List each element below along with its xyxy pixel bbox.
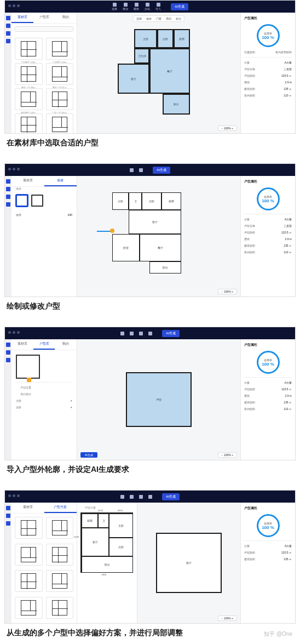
canvas[interactable]: 选择 墙体 门窗 房间 标注 主卧 次卧 厨房 卫生间 客厅 餐厅 阳台 − 1… <box>77 13 240 133</box>
result-card[interactable] <box>46 570 74 592</box>
tool-item[interactable]: 标注 <box>176 17 181 20</box>
topbar-item[interactable] <box>139 168 143 172</box>
topbar-item[interactable] <box>120 495 124 499</box>
rail-icon[interactable] <box>6 350 10 355</box>
room[interactable]: 卧室 <box>112 234 140 261</box>
topbar-item[interactable]: 云端 <box>145 3 150 10</box>
plan-card[interactable] <box>15 88 43 110</box>
canvas[interactable]: 户型 AI生成 − 100% + <box>77 339 240 460</box>
result-card[interactable] <box>15 517 43 539</box>
room[interactable]: 客厅 <box>129 210 181 234</box>
room[interactable]: 餐厅 <box>140 234 181 261</box>
plan-card[interactable] <box>15 113 43 133</box>
room[interactable]: 次卧 <box>157 29 174 48</box>
tab-mine[interactable]: 我的 <box>55 339 77 350</box>
wall-shape-rect-thick[interactable] <box>31 195 43 207</box>
ai-generate-button[interactable]: AI生成 <box>162 493 180 500</box>
rail-icon[interactable] <box>6 187 10 191</box>
ai-generate-button[interactable]: AI生成 <box>153 167 170 174</box>
topbar-item[interactable] <box>130 495 134 499</box>
rail-icon[interactable] <box>6 514 10 518</box>
tab-library[interactable]: 素材库 <box>11 176 44 186</box>
tab-mine[interactable]: 我的 <box>55 13 77 23</box>
zoom-control[interactable]: − 100% + <box>218 615 237 621</box>
window-controls[interactable] <box>8 4 20 7</box>
room[interactable]: 次卧 <box>142 192 161 210</box>
room[interactable]: 主卧 <box>112 192 129 210</box>
rail-icon[interactable] <box>6 521 10 526</box>
plan-card[interactable] <box>15 38 43 60</box>
result-card[interactable] <box>15 544 43 566</box>
tool-item[interactable]: 房间 <box>166 17 171 20</box>
tab-library[interactable]: 素材库 <box>11 13 33 23</box>
room[interactable]: 卫生间 <box>134 48 149 64</box>
canvas[interactable]: 主卧 卫 次卧 厨房 客厅 卧室 餐厅 阳台 − 100% + <box>77 176 240 297</box>
zoom-control[interactable]: − 100% + <box>218 452 237 458</box>
room-req[interactable]: 主卧 <box>16 399 21 402</box>
room[interactable]: 厨房 <box>174 29 190 48</box>
result-card[interactable] <box>46 517 74 539</box>
topbar-item[interactable]: 吸附 <box>134 3 139 10</box>
topbar-item[interactable]: 选择 <box>112 3 117 10</box>
rail-icon[interactable] <box>6 195 10 199</box>
room[interactable]: 客厅 <box>118 64 149 94</box>
rail-icon[interactable] <box>6 39 10 43</box>
topbar-item[interactable] <box>120 332 124 335</box>
plan-card[interactable] <box>46 63 74 85</box>
result-card[interactable] <box>15 597 43 619</box>
tab-wall[interactable]: 墙体 <box>44 176 77 186</box>
room[interactable]: 主卧 <box>134 29 157 48</box>
zoom-control[interactable]: − 100% + <box>218 126 237 131</box>
ai-generate-button[interactable]: AI生成 <box>162 330 180 337</box>
tab-plans[interactable]: 户型库 <box>33 13 55 23</box>
thickness-input[interactable]: 240 <box>68 213 72 216</box>
rail-icon[interactable] <box>6 202 10 207</box>
tool-item[interactable]: 墙体 <box>146 17 152 20</box>
topbar-item[interactable]: 移动 <box>123 3 128 10</box>
drawing-handle[interactable] <box>110 229 114 233</box>
selected-outline[interactable]: 客厅 <box>156 533 222 593</box>
topbar-item[interactable] <box>130 332 134 335</box>
result-card[interactable] <box>46 597 74 619</box>
topbar-item[interactable] <box>139 495 143 499</box>
tab-library[interactable]: 素材库 <box>11 503 44 513</box>
result-card[interactable] <box>15 570 43 592</box>
room[interactable]: 卫 <box>129 192 142 210</box>
canvas[interactable]: 客厅 − 100% + <box>137 503 240 623</box>
floorplan[interactable]: 主卧 卫 次卧 厨房 客厅 卧室 餐厅 阳台 <box>112 192 205 280</box>
ai-generate-button[interactable]: AI生成 <box>80 452 97 458</box>
room[interactable]: 厨房 <box>161 192 181 210</box>
window-controls[interactable] <box>8 494 20 497</box>
plan-card[interactable] <box>46 88 74 110</box>
result-card[interactable] <box>46 544 74 566</box>
tab-library[interactable]: 素材库 <box>11 339 33 350</box>
room[interactable]: 阳台 <box>163 94 190 115</box>
floorplan[interactable]: 主卧 次卧 厨房 卫生间 客厅 餐厅 阳台 <box>118 29 200 117</box>
detail-floorplan[interactable]: 厨房 卫 主卧 客厅 次卧 阳台 3200 3600 4200 7800 <box>80 512 133 573</box>
rail-icon[interactable] <box>6 24 10 28</box>
rail-icon[interactable] <box>6 31 10 36</box>
tool-item[interactable]: 选择 <box>136 17 142 20</box>
topbar-item[interactable] <box>139 332 143 335</box>
tool-item[interactable]: 门窗 <box>156 17 161 20</box>
outline-shape[interactable]: 户型 <box>126 372 192 427</box>
rail-icon[interactable] <box>6 179 10 184</box>
plan-card[interactable] <box>46 38 74 60</box>
plan-card[interactable] <box>15 63 43 85</box>
window-controls[interactable] <box>8 168 20 170</box>
plan-card[interactable] <box>46 113 74 133</box>
room[interactable]: 餐厅 <box>149 48 190 94</box>
topbar-item[interactable] <box>130 168 134 172</box>
rail-icon[interactable] <box>6 343 10 347</box>
search-input[interactable] <box>14 26 74 32</box>
ai-generate-button[interactable]: AI生成 <box>171 3 188 10</box>
zoom-control[interactable]: − 100% + <box>218 289 237 294</box>
wall-shape-rect[interactable] <box>16 195 28 207</box>
tab-results[interactable]: 户型方案 <box>44 503 77 513</box>
outline-thumb[interactable] <box>16 355 40 379</box>
tab-plans[interactable]: 户型库 <box>33 339 55 350</box>
topbar-item[interactable] <box>148 332 152 335</box>
rail-icon[interactable] <box>6 16 10 20</box>
topbar-item[interactable]: 导入 <box>155 3 161 10</box>
window-controls[interactable] <box>8 331 20 334</box>
